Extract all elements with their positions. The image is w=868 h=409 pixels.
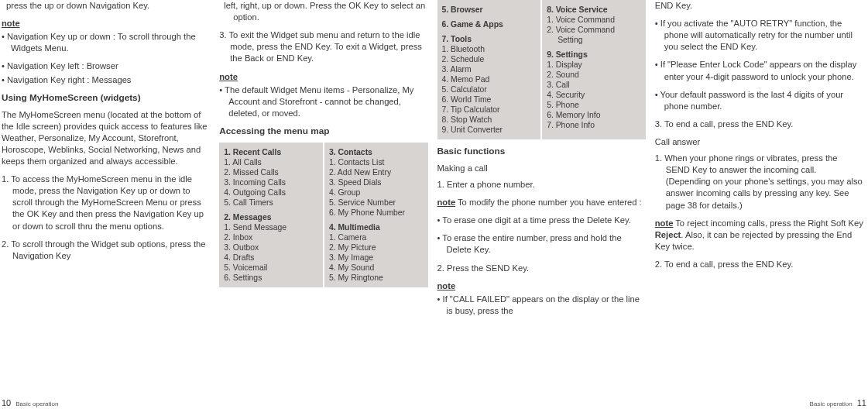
menu-item: 4. My Sound xyxy=(329,263,424,273)
bullet: • To erase the entire number, press and … xyxy=(437,232,646,256)
column-4: END Key. • If you activate the "AUTO RET… xyxy=(655,0,866,409)
section-heading: Using MyHomeScreen (widgets) xyxy=(2,92,210,105)
menu-item: 2. Schedule xyxy=(442,54,537,64)
footer-right: Basic operation 11 xyxy=(810,397,866,409)
menu-group-title: 3. Contacts xyxy=(329,147,424,157)
list-step: 1. To access the MyHomeScreen menu in th… xyxy=(2,174,210,232)
menu-group-title: 1. Recent Calls xyxy=(224,147,318,157)
list-step: 2. To end a call, press the END Key. xyxy=(655,259,863,270)
menu-item: 1. Send Message xyxy=(224,222,318,232)
text: press the up or down Navigation Key. xyxy=(2,0,210,12)
menu-item: 5. My Ringtone xyxy=(329,273,424,283)
menu-group-title: 6. Game & Apps xyxy=(442,19,537,29)
menu-item: 9. Unit Converter xyxy=(442,125,537,135)
bullet: • If you activate the "AUTO RETRY" funct… xyxy=(655,18,863,53)
menu-item: 4. Drafts xyxy=(224,253,318,263)
menu-item: 2. Voice Command Setting xyxy=(547,25,641,45)
menu-col: 1. Recent Calls 1. All Calls 2. Missed C… xyxy=(219,143,323,287)
menu-item: 6. Settings xyxy=(224,273,318,283)
menu-group-title: 9. Settings xyxy=(547,50,641,60)
menu-item: 5. Calculator xyxy=(442,84,537,95)
list-step: 2. Press the SEND Key. xyxy=(437,263,646,274)
list-step: 1. Enter a phone number. xyxy=(437,179,646,191)
menu-item: 3. Outbox xyxy=(224,242,318,253)
bullet: • Your default password is the last 4 di… xyxy=(655,89,863,112)
paragraph: The MyHomeScreen menu (located at the bo… xyxy=(2,109,210,168)
menu-item: 5. Call Timers xyxy=(224,198,318,208)
text: left, right, up or down. Press the OK Ke… xyxy=(219,0,427,23)
menu-item: 2. Inbox xyxy=(224,232,318,242)
menu-item: 1. Camera xyxy=(329,232,424,242)
note-inline: note To modify the phone number you have… xyxy=(437,197,646,208)
section-heading: Basic functions xyxy=(437,146,646,158)
menu-item: 7. Phone Info xyxy=(547,120,641,130)
menu-map-right: 5. Browser 6. Game & Apps 7. Tools 1. Bl… xyxy=(437,0,646,139)
menu-item: 3. Speed Dials xyxy=(329,177,424,187)
menu-col: 3. Contacts 1. Contacts List 2. Add New … xyxy=(324,143,428,287)
menu-item: 4. Security xyxy=(547,90,641,100)
sub-heading: Making a call xyxy=(437,163,646,174)
page-number: 10 xyxy=(2,397,11,409)
menu-item: 1. Bluetooth xyxy=(442,44,537,54)
menu-item: 4. Group xyxy=(329,187,424,198)
menu-item: 5. Voicemail xyxy=(224,263,318,273)
bullet: • To erase one digit at a time press the… xyxy=(437,215,646,226)
menu-item: 3. Incoming Calls xyxy=(224,177,318,187)
note-inline: note To reject incoming calls, press the… xyxy=(655,218,863,253)
menu-map-left: 1. Recent Calls 1. All Calls 2. Missed C… xyxy=(219,143,427,287)
bullet: • Navigation Key up or down : To scroll … xyxy=(2,31,210,54)
reject-label: Reject xyxy=(655,230,681,239)
menu-item: 1. Display xyxy=(547,60,641,70)
menu-item: 4. Memo Pad xyxy=(442,74,537,84)
list-step: 1. When your phone rings or vibrates, pr… xyxy=(655,153,863,211)
menu-item: 3. Call xyxy=(547,80,641,90)
note-label: note xyxy=(655,218,674,228)
text: END Key. xyxy=(655,0,863,12)
footer-label: Basic operation xyxy=(15,400,58,409)
bullet: • If "Please Enter Lock Code" appears on… xyxy=(655,59,863,82)
menu-item: 3. Alarm xyxy=(442,64,537,74)
page-number: 11 xyxy=(857,397,866,409)
menu-item: 6. Memory Info xyxy=(547,110,641,120)
list-step: 3. To exit the Widget sub menu and retur… xyxy=(219,29,427,64)
menu-item: 2. Missed Calls xyxy=(224,167,318,177)
menu-item: 2. Sound xyxy=(547,70,641,80)
note-heading: note xyxy=(2,18,210,29)
note-heading: note xyxy=(219,71,427,83)
bullet: • Navigation Key left : Browser xyxy=(2,60,210,72)
menu-item: 1. Contacts List xyxy=(329,157,424,167)
column-1: press the up or down Navigation Key. not… xyxy=(2,0,213,409)
bullet: • If "CALL FAILED" appears on the displa… xyxy=(437,294,646,317)
menu-item: 2. Add New Entry xyxy=(329,167,424,177)
menu-item: 7. Tip Calculator xyxy=(442,105,537,115)
menu-item: 1. Voice Command xyxy=(547,15,641,25)
menu-item: 3. My Image xyxy=(329,253,424,263)
note-text: To modify the phone number you have ente… xyxy=(455,198,641,207)
menu-col: 5. Browser 6. Game & Apps 7. Tools 1. Bl… xyxy=(437,0,541,139)
menu-item: 5. Phone xyxy=(547,100,641,110)
note-text: To reject incoming calls, press the Righ… xyxy=(673,218,863,228)
menu-group-title: 4. Multimedia xyxy=(329,222,424,232)
menu-item: 6. World Time xyxy=(442,95,537,105)
menu-item: 6. My Phone Number xyxy=(329,208,424,218)
footer-label: Basic operation xyxy=(810,400,853,409)
note-text: . Also, it can be rejected by pressing t… xyxy=(655,230,852,251)
menu-item: 5. Service Number xyxy=(329,198,424,208)
column-2: left, right, up or down. Press the OK Ke… xyxy=(219,0,431,409)
menu-col: 8. Voice Service 1. Voice Command 2. Voi… xyxy=(542,0,646,139)
menu-group-title: 8. Voice Service xyxy=(547,5,641,15)
menu-item: 2. My Picture xyxy=(329,242,424,253)
bullet: • Navigation Key right : Messages xyxy=(2,74,210,86)
menu-group-title: 7. Tools xyxy=(442,34,537,44)
menu-group-title: 5. Browser xyxy=(442,5,537,15)
menu-group-title: 2. Messages xyxy=(224,212,318,222)
note-label: note xyxy=(437,198,456,207)
menu-item: 1. All Calls xyxy=(224,157,318,167)
list-step: 3. To end a call, press the END Key. xyxy=(655,119,863,130)
menu-item: 4. Outgoing Calls xyxy=(224,187,318,198)
sub-heading: Call answer xyxy=(655,136,863,148)
footer-left: 10 Basic operation xyxy=(2,397,58,409)
menu-item: 8. Stop Watch xyxy=(442,115,537,125)
list-step: 2. To scroll through the Widget sub opti… xyxy=(2,239,210,262)
section-heading: Accessing the menu map xyxy=(219,125,427,138)
